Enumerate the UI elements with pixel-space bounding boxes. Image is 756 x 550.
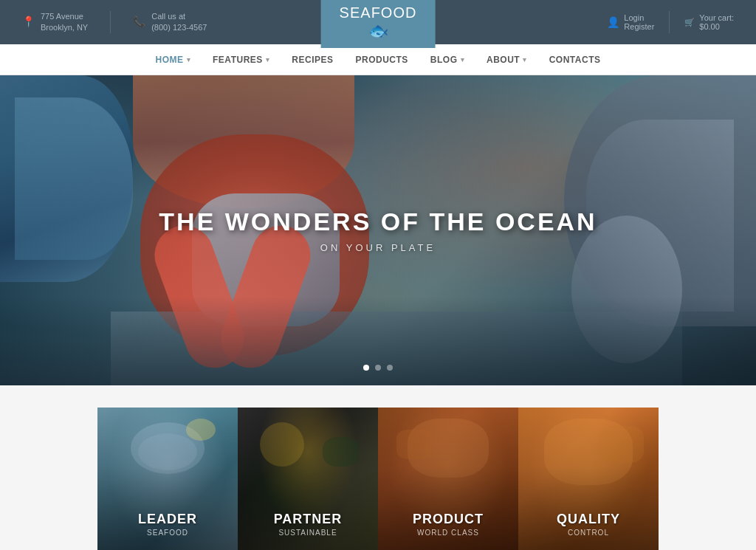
card-subtitle: Seafood (97, 529, 238, 537)
cart-icon: 🛒 (684, 18, 695, 27)
nav-link-blog[interactable]: BLOG ▾ (419, 44, 475, 75)
login-link[interactable]: Login (624, 13, 654, 22)
card-label: PARTNER Sustainable (238, 512, 378, 537)
nav-link-products[interactable]: PRODUCTS (345, 44, 419, 75)
card-subtitle: World Class (378, 529, 518, 537)
nav-link-contacts[interactable]: CONTACTS (538, 44, 612, 75)
hero-title: THE WONDERS OF THE OCEAN (159, 207, 597, 236)
address-line2: Brooklyn, NY (41, 22, 88, 33)
nav-link-features[interactable]: FEATURES ▾ (202, 44, 281, 75)
divider-right (669, 11, 670, 33)
chevron-down-icon: ▾ (523, 56, 527, 63)
top-bar: 📍 775 Avenue Brooklyn, NY 📞 Call us at (… (0, 0, 756, 44)
phone-info: 📞 Call us at (800) 123-4567 (133, 11, 207, 34)
phone-label: Call us at (151, 11, 207, 22)
nav-item-about[interactable]: ABOUT ▾ (475, 44, 538, 75)
bottom-vignette (0, 297, 756, 385)
top-bar-left: 📍 775 Avenue Brooklyn, NY 📞 Call us at (… (22, 11, 207, 34)
card-label: LEADER Seafood (97, 512, 238, 537)
chevron-down-icon: ▾ (461, 56, 465, 63)
nav-link-home[interactable]: HOME ▾ (145, 44, 202, 75)
section-below: LEADER Seafood PARTNER Sustainable (0, 385, 756, 550)
cards-row: LEADER Seafood PARTNER Sustainable (0, 408, 756, 550)
nav-bar: HOME ▾ FEATURES ▾ RECIPES PRODUCTS BLOG … (0, 44, 756, 75)
top-bar-right: 👤 Login Register 🛒 Your cart: $0.00 (607, 11, 734, 33)
slide-dot-3[interactable] (387, 365, 393, 371)
user-icon: 👤 (607, 16, 619, 28)
cart-label: Your cart: (699, 13, 734, 22)
slide-dot-2[interactable] (375, 365, 381, 371)
nav-link-recipes[interactable]: RECIPES (281, 44, 344, 75)
phone-number: (800) 123-4567 (151, 22, 207, 33)
fish-shape-left2 (15, 97, 133, 260)
address-line1: 775 Avenue (41, 11, 88, 22)
phone-icon: 📞 (133, 15, 145, 30)
card-partner[interactable]: PARTNER Sustainable (238, 408, 378, 550)
address-info: 📍 775 Avenue Brooklyn, NY (22, 11, 88, 34)
card-leader[interactable]: LEADER Seafood (97, 408, 238, 550)
card-label: QUALITY Control (518, 512, 659, 537)
account-info[interactable]: 👤 Login Register (607, 13, 654, 31)
logo-fish-icon: 🐟 (340, 23, 417, 39)
nav-item-blog[interactable]: BLOG ▾ (419, 44, 475, 75)
hero-subtitle: ON YOUR PLATE (159, 242, 597, 253)
location-icon: 📍 (22, 15, 35, 30)
divider (110, 11, 111, 33)
card-subtitle: Sustainable (238, 529, 378, 537)
logo-brand: SEAFOOD (340, 4, 417, 21)
nav-item-home[interactable]: HOME ▾ (145, 44, 202, 75)
card-title: PRODUCT (378, 512, 518, 527)
card-title: PARTNER (238, 512, 378, 527)
nav-item-products[interactable]: PRODUCTS (345, 44, 419, 75)
card-subtitle: Control (518, 529, 659, 537)
card-title: QUALITY (518, 512, 659, 527)
chevron-down-icon: ▾ (187, 56, 191, 63)
nav-item-contacts[interactable]: CONTACTS (538, 44, 612, 75)
card-quality[interactable]: QUALITY Control (518, 408, 659, 550)
hero-section: THE WONDERS OF THE OCEAN ON YOUR PLATE (0, 75, 756, 385)
hero-dots[interactable] (363, 365, 393, 371)
logo[interactable]: SEAFOOD 🐟 (321, 0, 436, 48)
card-label: PRODUCT World Class (378, 512, 518, 537)
slide-dot-1[interactable] (363, 365, 369, 371)
cart-info[interactable]: 🛒 Your cart: $0.00 (684, 13, 734, 31)
card-product[interactable]: PRODUCT World Class (378, 408, 518, 550)
chevron-down-icon: ▾ (266, 56, 270, 63)
hero-text: THE WONDERS OF THE OCEAN ON YOUR PLATE (159, 207, 597, 253)
card-title: LEADER (97, 512, 238, 527)
nav-item-recipes[interactable]: RECIPES (281, 44, 344, 75)
cart-amount: $0.00 (699, 22, 734, 31)
nav-link-about[interactable]: ABOUT ▾ (475, 44, 538, 75)
nav-list: HOME ▾ FEATURES ▾ RECIPES PRODUCTS BLOG … (145, 44, 612, 75)
register-link[interactable]: Register (624, 22, 654, 31)
nav-item-features[interactable]: FEATURES ▾ (202, 44, 281, 75)
